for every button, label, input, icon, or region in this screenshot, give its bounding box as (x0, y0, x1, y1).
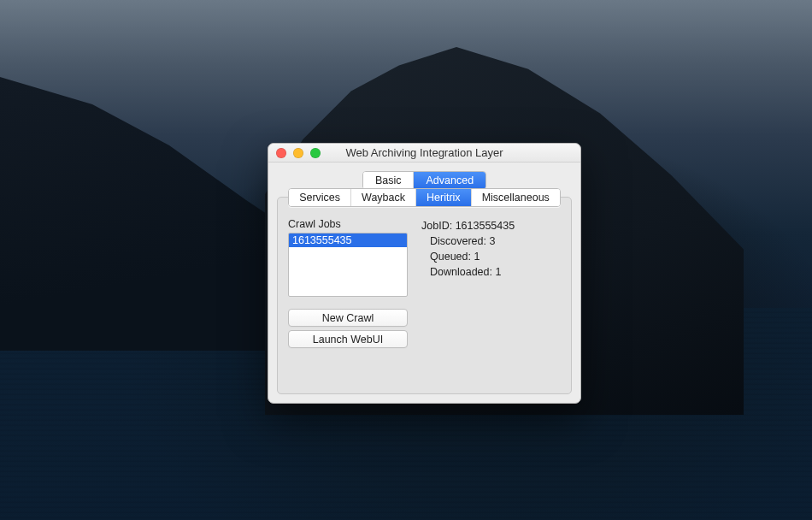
discovered-label: Discovered: (430, 235, 486, 247)
tab-advanced[interactable]: Advanced (413, 172, 485, 189)
jobid-value: 1613555435 (456, 220, 515, 232)
tab-miscellaneous[interactable]: Miscellaneous (471, 189, 560, 206)
new-crawl-button[interactable]: New Crawl (288, 309, 408, 327)
queued-label: Queued: (430, 251, 471, 263)
list-item[interactable]: 1613555435 (289, 233, 407, 247)
downloaded-value: 1 (495, 266, 501, 278)
sub-tab-bar: Services Wayback Heritrix Miscellaneous (288, 188, 561, 207)
tab-basic[interactable]: Basic (363, 172, 414, 189)
launch-webui-button[interactable]: Launch WebUI (288, 330, 408, 348)
downloaded-label: Downloaded: (430, 266, 492, 278)
tab-wayback[interactable]: Wayback (350, 189, 415, 206)
minimize-icon[interactable] (293, 148, 303, 158)
zoom-icon[interactable] (310, 148, 321, 158)
app-window: Web Archiving Integration Layer Basic Ad… (268, 143, 581, 404)
crawl-jobs-label: Crawl Jobs (288, 218, 409, 230)
crawl-jobs-listbox[interactable]: 1613555435 (288, 233, 408, 297)
jobid-label: JobID: (421, 220, 452, 232)
queued-value: 1 (474, 251, 480, 263)
job-details-panel: JobID: 1613555435 Discovered: 3 Queued: … (421, 218, 515, 348)
desktop-mountain-deco (0, 77, 308, 351)
discovered-value: 3 (489, 235, 495, 247)
traffic-lights (276, 148, 321, 158)
desktop-background: Web Archiving Integration Layer Basic Ad… (0, 0, 812, 520)
advanced-tab-group: Services Wayback Heritrix Miscellaneous … (277, 197, 572, 394)
tab-heritrix[interactable]: Heritrix (415, 189, 471, 206)
window-titlebar[interactable]: Web Archiving Integration Layer (268, 144, 580, 162)
close-icon[interactable] (276, 148, 286, 158)
tab-services[interactable]: Services (289, 189, 350, 206)
